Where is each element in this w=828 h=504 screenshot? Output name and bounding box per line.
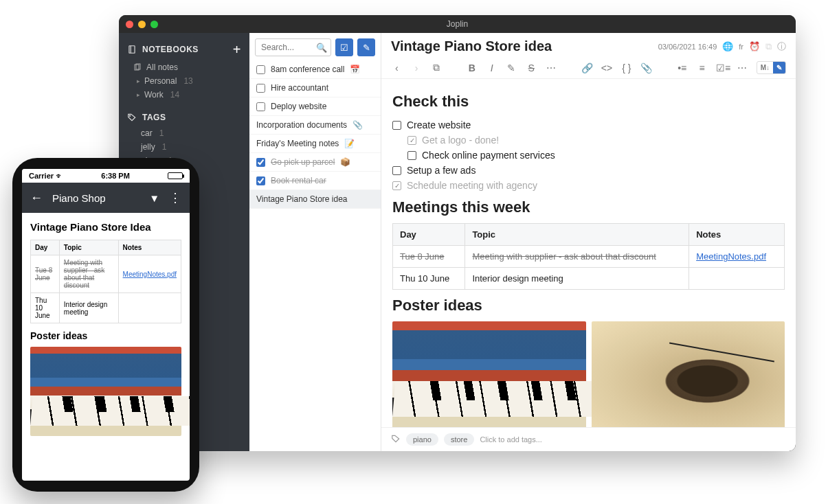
note-list-item[interactable]: Go pick up parcel 📦 [249,153,381,172]
checklist-item[interactable]: Create website [392,117,785,133]
checklist-item[interactable]: ✓Get a logo - done! [407,133,785,148]
new-note-button[interactable]: ✎ [357,38,375,56]
mobile-time: 6:38 PM [101,172,130,180]
checkbox-icon[interactable]: ✓ [407,136,416,145]
poster-image-piano [392,321,586,427]
battery-icon [168,172,183,179]
checkbox-icon[interactable] [392,121,401,130]
note-list-item[interactable]: Vintage Piano Store idea [249,190,381,209]
editor-panel: Vintage Piano Store idea 03/06/2021 16:4… [381,33,796,451]
note-list-item[interactable]: 8am conference call 📅 [249,60,381,79]
more-format-button[interactable]: ⋯ [546,62,557,73]
tag-piano[interactable]: piano [406,433,438,446]
sidebar-tag-jelly[interactable]: jelly 1 [119,140,249,154]
sidebar-section-tags: TAGS [119,108,249,126]
codeblock-button[interactable]: { } [620,62,632,73]
checklist-item[interactable]: Setup a few ads [392,163,785,178]
mobile-note-title: Vintage Piano Store Idea [30,221,181,233]
note-checkbox[interactable] [256,84,265,93]
note-checkbox[interactable] [256,65,265,74]
note-list-item[interactable]: Incorporation documents 📎 [249,116,381,135]
note-list-item[interactable]: Hire accountant [249,79,381,98]
chevron-right-icon: ▸ [137,91,140,98]
sidebar-item-personal[interactable]: ▸ Personal 13 [119,74,249,88]
back-button[interactable]: ‹ [391,62,403,73]
titlebar: Joplin [119,15,796,33]
add-notebook-button[interactable]: + [233,43,241,56]
checklist-item[interactable]: Check online payment services [407,148,785,163]
alarm-icon[interactable]: ⏰ [749,41,760,51]
wifi-icon: ᯤ [56,172,63,180]
attach-button[interactable]: 📎 [640,62,652,73]
desktop-window: Joplin NOTEBOOKS + All notes ▸ Personal [119,15,796,451]
sidebar-item-work[interactable]: ▸ Work 14 [119,88,249,102]
chevron-right-icon: ▸ [137,78,140,84]
language-label: fr [739,43,743,51]
sidebar-section-notebooks: NOTEBOOKS + [119,38,249,60]
sidebar-section-label: NOTEBOOKS [142,45,199,54]
notes-icon [133,62,142,72]
new-todo-button[interactable]: ☑ [335,38,353,56]
italic-button[interactable]: I [486,62,497,73]
note-checkbox[interactable] [256,176,265,185]
checkbox-icon[interactable] [392,166,401,175]
globe-icon[interactable]: 🌐 [722,41,733,51]
search-input[interactable]: 🔍 [255,38,331,56]
bullet-list-button[interactable]: •≡ [676,62,688,73]
mobile-body[interactable]: Vintage Piano Store Idea Day Topic Notes… [22,213,190,481]
note-list-item[interactable]: Friday's Meeting notes 📝 [249,135,381,153]
code-button[interactable]: <> [601,62,613,73]
add-tag-input[interactable]: Click to add tags... [480,435,542,444]
checklist-item[interactable]: ✓Schedule meeting with agency [392,178,785,193]
window-title: Joplin [119,19,796,29]
note-checkbox[interactable] [256,158,265,167]
note-list-item[interactable]: Deploy website [249,98,381,116]
note-date: 03/06/2021 16:49 [658,43,717,51]
forward-button[interactable]: › [411,62,423,73]
mobile-device: Carrier ᯤ 6:38 PM ← Piano Shop ▼ ⋮ Vinta… [12,158,199,492]
checkbox-icon[interactable] [407,151,416,160]
markdown-toggle[interactable]: M↓✎ [757,61,786,74]
note-title[interactable]: Vintage Piano Store idea [391,38,658,54]
tag-store[interactable]: store [444,433,474,446]
checkbox-icon[interactable]: ✓ [392,181,401,190]
sidebar-tag-car[interactable]: car 1 [119,126,249,140]
table-row: Tue 8 JuneMeeting with supplier - ask ab… [393,246,785,268]
poster-image-gramophone [592,321,785,427]
heading-meetings: Meetings this week [392,198,785,216]
sidebar-all-notes[interactable]: All notes [119,60,249,74]
dropdown-icon[interactable]: ▼ [149,192,159,204]
mobile-status-bar: Carrier ᯤ 6:38 PM [22,169,190,183]
number-list-button[interactable]: ≡ [696,62,708,73]
info-icon[interactable]: ⓘ [777,41,786,53]
meetings-table: Day Topic Notes Tue 8 JuneMeeting with s… [392,223,785,290]
layout-icon[interactable]: ⧉ [765,41,772,52]
strike-button[interactable]: S [526,62,537,73]
external-link-icon[interactable]: ⧉ [431,62,443,73]
mobile-header: ← Piano Shop ▼ ⋮ [22,183,190,213]
note-list-item[interactable]: Book rental car [249,172,381,190]
tag-icon [127,113,137,122]
notebook-icon [127,45,137,54]
mobile-poster-image [30,347,181,436]
note-checkbox[interactable] [256,102,265,111]
tag-icon [391,434,401,445]
mobile-poster-heading: Poster ideas [30,330,181,341]
highlight-button[interactable]: ✎ [506,62,517,73]
editor-body[interactable]: Check this Create website✓Get a logo - d… [381,79,796,427]
svg-rect-0 [129,46,135,54]
bold-button[interactable]: B [467,62,478,73]
attachment-link[interactable]: MeetingNotes.pdf [696,251,766,262]
attachment-link[interactable]: MeetingNotes.pdf [123,271,177,278]
table-row: Thu 10 JuneInterior design meeting [393,268,785,290]
editor-toolbar: ‹ › ⧉ B I ✎ S ⋯ 🔗 <> { } 📎 •≡ ≡ ☑≡ ⋯ [381,58,796,79]
note-list-panel: 🔍 ☑ ✎ 8am conference call 📅Hire accounta… [249,33,381,451]
tag-bar: piano store Click to add tags... [381,427,796,451]
link-button[interactable]: 🔗 [581,62,593,73]
mobile-meetings-table: Day Topic Notes Tue 8 JuneMeeting with s… [30,240,181,323]
check-list-button[interactable]: ☑≡ [716,62,728,73]
search-icon[interactable]: 🔍 [316,43,327,53]
more-button[interactable]: ⋯ [737,62,748,73]
more-icon[interactable]: ⋮ [169,190,181,205]
back-button[interactable]: ← [30,191,43,205]
